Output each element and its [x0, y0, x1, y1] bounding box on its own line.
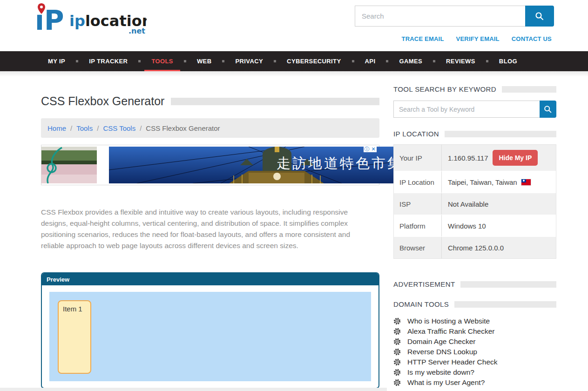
row-label: Your IP [394, 154, 441, 162]
contact-us-link[interactable]: CONTACT US [512, 35, 552, 42]
nav-item-games[interactable]: GAMES [392, 51, 429, 71]
breadcrumb-separator: / [140, 124, 142, 132]
gear-icon [393, 358, 401, 366]
heading-decoration-bar [460, 281, 556, 288]
domain-tool-link[interactable]: Alexa Traffic Rank Checker [407, 328, 495, 335]
gear-icon [393, 317, 401, 325]
platform-value: Windows 10 [448, 222, 486, 230]
gear-icon [393, 369, 401, 376]
row-label: Browser [394, 244, 441, 252]
search-button[interactable] [525, 6, 554, 27]
table-row-your-ip: Your IP 1.160.95.117 Hide My IP [394, 145, 556, 171]
nav-item-api[interactable]: API [358, 51, 383, 71]
flexbox-item-1[interactable]: Item 1 [58, 300, 91, 374]
nav-item-blog[interactable]: BLOG [492, 51, 524, 71]
row-value: Chrome 125.0.0.0 [441, 237, 556, 258]
ad-controls: ⓘ ✕ [364, 146, 377, 152]
hide-my-ip-button[interactable]: Hide My IP [493, 150, 538, 166]
domain-tool-link[interactable]: Domain Age Checker [407, 338, 475, 345]
tool-search-button[interactable] [540, 101, 556, 118]
ad-info-icon[interactable]: ⓘ [364, 146, 370, 152]
heading-decoration-bar [454, 301, 556, 308]
nav-separator [138, 60, 141, 62]
svg-text:.net: .net [128, 27, 145, 34]
domain-tool-link[interactable]: Is my website down? [407, 369, 474, 376]
taiwan-flag-icon [521, 179, 531, 185]
logo-graphic: ıP iplocation .net [35, 3, 147, 34]
verify-email-link[interactable]: VERIFY EMAIL [456, 35, 500, 42]
heading-decoration-bar [445, 131, 556, 137]
ip-location-value: Taipei, Taiwan, Taiwan [448, 178, 517, 186]
ip-location-heading-text: IP LOCATION [393, 130, 439, 138]
nav-separator [274, 60, 276, 62]
breadcrumb-home[interactable]: Home [47, 124, 66, 132]
breadcrumb-separator: / [70, 124, 72, 132]
breadcrumb-tools[interactable]: Tools [76, 124, 93, 132]
ad-close-icon[interactable]: ✕ [370, 146, 377, 152]
nav-item-my-ip[interactable]: MY IP [41, 51, 72, 71]
table-row-platform: Platform Windows 10 [394, 215, 556, 236]
tool-search-heading-text: TOOL SEARCH BY KEYWORD [393, 85, 496, 93]
nav-item-reviews[interactable]: REVIEWS [439, 51, 482, 71]
ad-image-left[interactable] [41, 147, 97, 183]
nav-item-tools[interactable]: TOOLS [144, 51, 180, 71]
domain-tool-link[interactable]: Who is Hosting a Website [407, 317, 490, 325]
search-icon [543, 105, 553, 114]
row-value: Taipei, Taiwan, Taiwan [441, 171, 556, 193]
domain-tool-hosting[interactable]: Who is Hosting a Website [393, 317, 556, 325]
row-label: Platform [394, 222, 441, 230]
footer-top-strip [0, 388, 387, 391]
preview-body: Item 1 [42, 285, 378, 388]
search-icon [534, 11, 545, 21]
sidebar: TOOL SEARCH BY KEYWORD IP LOCATION Your … [393, 85, 556, 389]
row-label: IP Location [394, 178, 441, 186]
domain-tool-link[interactable]: HTTP Server Header Check [407, 358, 498, 366]
nav-item-ip-tracker[interactable]: IP TRACKER [82, 51, 135, 71]
gear-icon [393, 338, 401, 345]
search-input[interactable] [355, 6, 525, 27]
table-row-ip-location: IP Location Taipei, Taiwan, Taiwan [394, 171, 556, 193]
domain-tool-link[interactable]: What is my User Agent? [407, 379, 485, 386]
advertisement-heading-text: ADVERTISEMENT [393, 280, 455, 288]
breadcrumb-css-tools[interactable]: CSS Tools [103, 124, 135, 132]
ip-address-value: 1.160.95.117 [448, 154, 488, 162]
nav-separator [486, 60, 488, 62]
domain-tools-list: Who is Hosting a Website Alexa Traffic R… [393, 317, 556, 386]
heading-decoration-bar [502, 86, 556, 93]
site-logo[interactable]: ıP iplocation .net [35, 3, 147, 36]
nav-separator [76, 60, 78, 62]
trace-email-link[interactable]: TRACE EMAIL [402, 35, 444, 42]
domain-tool-link[interactable]: Reverse DNS Lookup [407, 348, 477, 356]
gear-icon [393, 348, 401, 356]
ip-info-table: Your IP 1.160.95.117 Hide My IP IP Locat… [393, 144, 556, 259]
main-nav: MY IP IP TRACKER TOOLS WEB PRIVACY CYBER… [0, 51, 588, 71]
breadcrumb: Home / Tools / CSS Tools / CSS Flexbox G… [41, 118, 379, 138]
domain-tool-reverse-dns[interactable]: Reverse DNS Lookup [393, 348, 556, 356]
svg-text:走訪地道特色市集: 走訪地道特色市集 [277, 155, 403, 171]
nav-separator [433, 60, 435, 62]
tool-search-input[interactable] [393, 101, 540, 118]
breadcrumb-current: CSS Flexbox Generator [146, 124, 220, 132]
nav-item-privacy[interactable]: PRIVACY [228, 51, 270, 71]
nav-item-web[interactable]: WEB [190, 51, 219, 71]
nav-item-cybersecurity[interactable]: CYBERSECURITY [280, 51, 348, 71]
domain-tool-user-agent[interactable]: What is my User Agent? [393, 379, 556, 386]
domain-tool-website-down[interactable]: Is my website down? [393, 369, 556, 376]
flexbox-container: Item 1 [49, 292, 371, 381]
header-links: TRACE EMAIL VERIFY EMAIL CONTACT US [402, 35, 552, 42]
preview-title: Preview [47, 276, 69, 283]
main-content: CSS Flexbox Generator Home / Tools / CSS… [41, 94, 379, 389]
tool-search [393, 101, 556, 118]
domain-tool-alexa-rank[interactable]: Alexa Traffic Rank Checker [393, 328, 556, 335]
ip-location-heading: IP LOCATION [393, 130, 556, 138]
domain-tool-domain-age[interactable]: Domain Age Checker [393, 338, 556, 345]
domain-tool-http-header[interactable]: HTTP Server Header Check [393, 358, 556, 366]
table-row-isp: ISP Not Available [394, 193, 556, 215]
row-value: Not Available [441, 193, 556, 215]
ad-banner: 走訪地道特色市集 ⓘ ✕ [41, 145, 379, 185]
nav-separator [184, 60, 186, 62]
row-value: Windows 10 [441, 215, 556, 236]
preview-header: Preview [42, 273, 378, 285]
title-decoration-bar [171, 98, 379, 105]
row-label: ISP [394, 200, 441, 208]
